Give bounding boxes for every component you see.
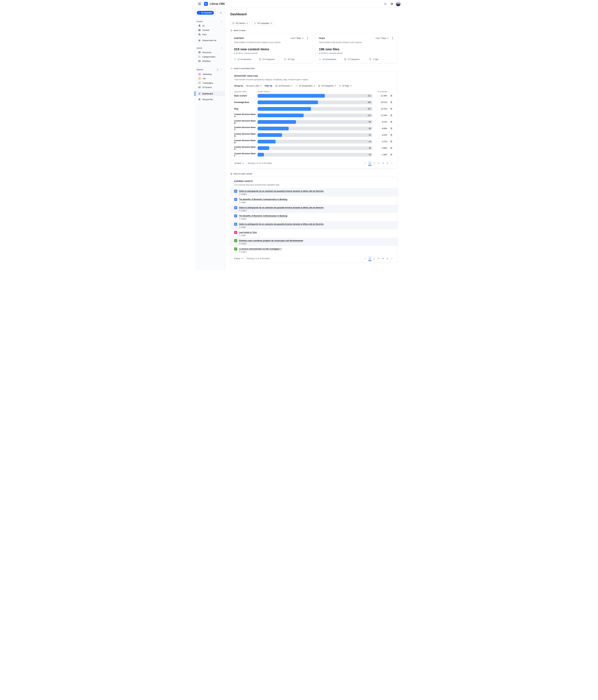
row-label: Custom Structure Name B	[234, 120, 256, 124]
row-percent: 3.98%	[374, 147, 387, 149]
sidebar-section-assets[interactable]: Assets	[195, 19, 225, 24]
row-layers-button[interactable]	[389, 134, 394, 136]
sidebar-close-button[interactable]	[219, 11, 223, 15]
svg-text:B: B	[198, 57, 199, 58]
expired-asset-link[interactable]: Sobre la anticipación de un semestre de …	[239, 190, 324, 192]
page-button-2[interactable]: 2	[372, 161, 376, 166]
page-ellipsis-button[interactable]: •••	[381, 161, 385, 166]
user-avatar[interactable]	[396, 2, 401, 6]
sidebar-section-spaces[interactable]: Spaces	[195, 67, 225, 72]
sidebar-item-shared-with-me[interactable]: Shared with me	[195, 38, 225, 43]
chevron-left-icon	[364, 257, 367, 260]
expired-asset-row: Entenda como coordenar projetos de const…	[230, 238, 398, 246]
sidebar-item-marketing[interactable]: M Marketing	[195, 72, 225, 76]
row-layers-button[interactable]	[389, 114, 394, 117]
row-label: Basic Content	[234, 95, 256, 97]
filter-categories-dropdown[interactable]: All Categories	[318, 85, 336, 87]
my-spaces-value: My Spaces	[236, 22, 245, 24]
page-button-2[interactable]: 2	[372, 256, 376, 261]
sidebar-item-label: Dashboard	[202, 93, 213, 95]
content-card-description: Total number of content assets created i…	[234, 41, 309, 44]
row-layers-button[interactable]	[389, 121, 394, 123]
app-grid-button[interactable]	[389, 1, 394, 6]
expired-asset-link[interactable]: Sobre la anticipación de un semestre de …	[239, 206, 324, 209]
sidebar-item-recycle-bin[interactable]: Recycle Bin	[195, 97, 225, 102]
vocabulary-icon: ABC	[319, 58, 321, 60]
row-layers-button[interactable]	[389, 153, 394, 156]
row-layers-button[interactable]	[389, 95, 394, 97]
group-by-dropdown[interactable]: Structure Label	[246, 85, 261, 87]
page-button-3[interactable]: 3	[377, 161, 381, 166]
caret-down-icon	[241, 258, 243, 259]
previous-page-button[interactable]	[363, 256, 368, 261]
document-icon	[234, 231, 237, 234]
sidebar-item-dashboard[interactable]: Dashboard	[195, 91, 225, 96]
content-period-dropdown[interactable]: Last 7 Days	[291, 37, 303, 39]
page-button-8[interactable]: 8	[385, 161, 389, 166]
page-button-1[interactable]: 1	[368, 161, 372, 166]
document-icon	[234, 215, 237, 218]
usage-count: 2 usages	[239, 251, 281, 253]
sidebar-item-campaigns[interactable]: C Campaigns	[195, 81, 225, 85]
expired-asset-link[interactable]: The Benefits of Biometric Authentication…	[239, 215, 287, 217]
inventory-row: Custom Structure Name F 25 2.48%	[234, 151, 394, 158]
next-page-button[interactable]	[390, 161, 394, 166]
filter-tags-dropdown[interactable]: All Tags	[339, 85, 351, 87]
items-per-page-dropdown[interactable]: 8 Items	[234, 257, 243, 260]
previous-page-button[interactable]	[363, 161, 368, 166]
assets-volume-bar: 185	[257, 100, 373, 104]
language-dropdown[interactable]: A All Languages	[252, 21, 274, 25]
column-structure-label: Structure Label	[234, 91, 256, 93]
sidebar-item-all[interactable]: All	[195, 24, 225, 28]
page-button-1[interactable]: 1	[368, 256, 372, 261]
next-page-button[interactable]	[390, 256, 394, 261]
filter-structures-dropdown[interactable]: All Structures	[275, 85, 293, 87]
expired-asset-link[interactable]: Last trends in Tech	[239, 231, 257, 233]
sidebar-item-workflow[interactable]: Workflow	[195, 59, 225, 63]
ai-assistant-button[interactable]: AI Assistant	[197, 11, 214, 15]
row-percent: 2.48%	[374, 154, 387, 156]
sidebar-item-hr[interactable]: H HR	[195, 76, 225, 81]
row-label: Custom Structure Name E	[234, 146, 256, 150]
row-layers-button[interactable]	[389, 147, 394, 149]
sidebar-item-structures[interactable]: Structures	[195, 50, 225, 54]
filter-vocabularies-dropdown[interactable]: ABC All Vocabularies	[296, 85, 315, 87]
sidebar-toggle-button[interactable]	[197, 1, 202, 6]
files-period-dropdown[interactable]: Last 7 Days	[376, 37, 389, 39]
pagination-summary: Showing 1 to 10 of 95 entries.	[248, 162, 273, 164]
add-space-button[interactable]	[216, 68, 219, 71]
sidebar-item-content[interactable]: Content	[195, 28, 225, 32]
row-label: Blog	[234, 108, 256, 110]
row-layers-button[interactable]	[389, 101, 394, 104]
all-spaces-icon	[198, 86, 201, 89]
search-button[interactable]	[383, 1, 388, 6]
items-per-page-dropdown[interactable]: 10 Items	[234, 162, 244, 164]
content-card-menu-button[interactable]	[306, 36, 309, 40]
caret-down-icon	[335, 85, 336, 86]
expired-asset-link[interactable]: Entenda como coordenar projetos de const…	[239, 240, 303, 242]
page-button-8[interactable]: 8	[385, 256, 389, 261]
my-spaces-dropdown[interactable]: My Spaces	[230, 21, 250, 25]
expired-asset-link[interactable]: The Benefits of Biometric Authentication…	[239, 198, 287, 200]
sidebar-section-admin[interactable]: Admin	[195, 46, 225, 50]
sidebar-item-categorization[interactable]: ABC Categorization	[195, 54, 225, 59]
row-layers-button[interactable]	[389, 127, 394, 130]
expired-asset-link[interactable]: La facture instrumentale est-elle écolog…	[239, 248, 281, 250]
whats-new-icon	[230, 29, 232, 32]
sidebar-item-label: Campaigns	[203, 82, 213, 84]
sidebar-item-label: Structures	[202, 51, 211, 54]
svg-text:B: B	[234, 59, 235, 60]
content-delta: 22.5% vs. previous period	[234, 52, 309, 54]
sidebar-item-all-spaces[interactable]: All Spaces	[195, 85, 225, 90]
content-headline: 319 new content items	[234, 47, 309, 51]
row-layers-button[interactable]	[389, 140, 394, 143]
trash-icon	[198, 98, 201, 101]
page-button-3[interactable]: 3	[377, 256, 381, 261]
search-icon	[384, 2, 387, 5]
layers-icon	[198, 24, 201, 27]
expired-asset-link[interactable]: Sobre la anticipación de un semestre de …	[239, 223, 324, 225]
files-card-menu-button[interactable]	[391, 36, 394, 40]
page-ellipsis-button[interactable]: •••	[381, 256, 385, 261]
sidebar-item-files[interactable]: Files	[195, 32, 225, 36]
row-layers-button[interactable]	[389, 108, 394, 110]
